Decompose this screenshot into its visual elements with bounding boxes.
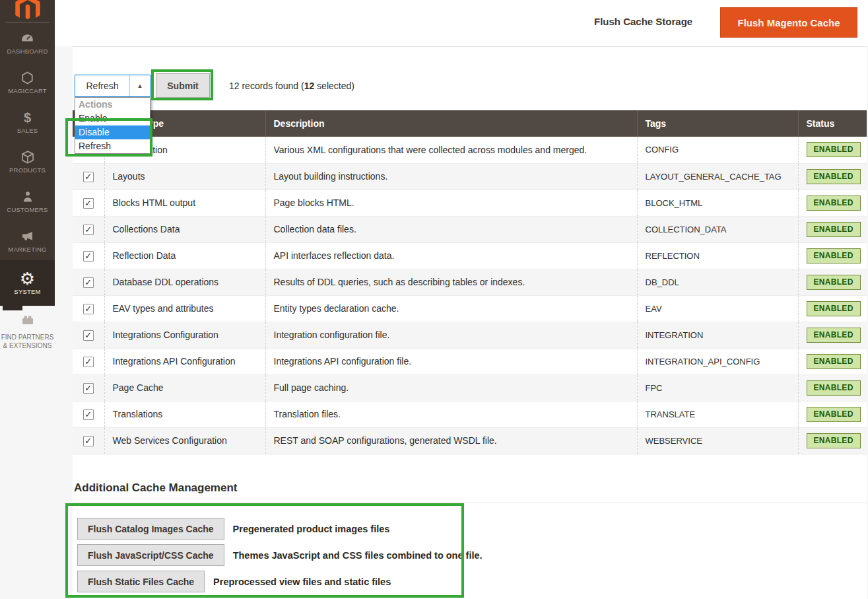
- flush-magento-cache-button[interactable]: Flush Magento Cache: [720, 7, 857, 38]
- tags-cell: FPC: [637, 374, 798, 401]
- section-divider: [73, 503, 867, 503]
- dropdown-group-label: Actions: [75, 98, 150, 112]
- status-cell: ENABLED: [798, 269, 867, 295]
- tags-cell: CONFIG: [637, 137, 798, 163]
- status-cell: ENABLED: [798, 242, 867, 269]
- status-cell: ENABLED: [798, 295, 867, 322]
- cache-type-cell: Collections Data: [104, 216, 265, 242]
- flush-button-description: Themes JavaScript and CSS files combined…: [233, 550, 483, 561]
- grid-header-row: Cache Type Description Tags Status: [73, 110, 867, 137]
- admin-sidebar: DASHBOARDMAGICCART$SALESPRODUCTSCUSTOMER…: [0, 0, 55, 306]
- sidebar-item-label: MARKETING: [8, 246, 46, 253]
- cache-type-cell: Web Services Configuration: [104, 427, 265, 454]
- tags-cell: REFLECTION: [637, 242, 798, 269]
- select-arrow-up-icon[interactable]: ▲: [129, 75, 150, 96]
- row-checkbox[interactable]: ✓: [83, 225, 94, 235]
- lego-brick-icon: [0, 312, 55, 330]
- person-icon: [21, 189, 34, 205]
- sidebar-item-system[interactable]: ⚙SYSTEM: [0, 260, 55, 306]
- row-checkbox[interactable]: ✓: [83, 409, 94, 420]
- status-cell: ENABLED: [798, 374, 867, 401]
- sidebar-item-marketing[interactable]: MARKETING: [0, 221, 55, 260]
- status-cell: ENABLED: [798, 427, 867, 454]
- table-row: ✓Database DDL operationsResults of DDL q…: [73, 269, 867, 295]
- find-partners-link[interactable]: FIND PARTNERS & EXTENSIONS: [0, 312, 55, 350]
- sidebar-item-sales[interactable]: $SALES: [0, 102, 55, 141]
- row-checkbox[interactable]: ✓: [83, 172, 94, 182]
- table-row: ✓TranslationsTranslation files.TRANSLATE…: [73, 401, 867, 427]
- table-row: ✓Integrations ConfigurationIntegration c…: [73, 322, 867, 348]
- row-checkbox[interactable]: ✓: [83, 330, 94, 341]
- row-checkbox[interactable]: ✓: [83, 383, 94, 394]
- row-checkbox[interactable]: ✓: [83, 198, 94, 209]
- cache-type-cell: EAV types and attributes: [104, 295, 265, 322]
- row-checkbox[interactable]: ✓: [83, 251, 94, 262]
- sidebar-item-dashboard[interactable]: DASHBOARD: [0, 22, 55, 62]
- flush-button-2[interactable]: Flush Static Files Cache: [77, 571, 205, 592]
- table-row: ✓EAV types and attributesEntity types de…: [73, 295, 867, 322]
- table-row: ✓Collections DataCollection data files.C…: [73, 216, 867, 242]
- description-cell: REST and SOAP configurations, generated …: [265, 427, 637, 454]
- description-cell: Translation files.: [265, 401, 637, 427]
- status-cell: ENABLED: [798, 348, 867, 374]
- flush-button-0[interactable]: Flush Catalog Images Cache: [77, 518, 224, 540]
- table-row: ✓Blocks HTML outputPage blocks HTML.BLOC…: [73, 190, 867, 216]
- dropdown-option-enable[interactable]: Enable: [75, 112, 150, 125]
- mass-action-select[interactable]: Refresh ▲: [75, 75, 150, 97]
- sidebar-selected-notch: [3, 306, 22, 310]
- table-row: ✓Integrations API ConfigurationIntegrati…: [73, 348, 867, 374]
- row-checkbox[interactable]: ✓: [83, 277, 94, 288]
- dropdown-option-refresh[interactable]: Refresh: [75, 139, 150, 153]
- row-checkbox[interactable]: ✓: [83, 436, 94, 446]
- dropdown-option-disable[interactable]: Disable: [75, 125, 150, 139]
- description-cell: API interfaces reflection data.: [265, 242, 637, 269]
- additional-cache-row: Flush Static Files CachePreprocessed vie…: [77, 571, 391, 592]
- row-checkbox[interactable]: ✓: [83, 304, 94, 314]
- status-badge: ENABLED: [807, 195, 861, 211]
- submit-button[interactable]: Submit: [156, 73, 210, 98]
- additional-cache-title: Additional Cache Management: [74, 481, 237, 495]
- cache-type-cell: Integrations API Configuration: [104, 348, 265, 374]
- hexagon-icon: [20, 70, 34, 86]
- status-cell: ENABLED: [798, 163, 867, 190]
- sidebar-item-products[interactable]: PRODUCTS: [0, 141, 55, 181]
- cache-type-cell: Database DDL operations: [104, 269, 265, 295]
- sidebar-item-label: PRODUCTS: [9, 167, 46, 174]
- flush-cache-storage-button[interactable]: Flush Cache Storage: [594, 16, 692, 27]
- description-cell: Results of DDL queries, such as describi…: [265, 269, 637, 295]
- tags-cell: BLOCK_HTML: [637, 190, 798, 216]
- mass-action-dropdown-list: ActionsEnableDisableRefresh: [75, 97, 150, 154]
- magento-logo-icon[interactable]: [0, 0, 55, 21]
- sidebar-item-label: SYSTEM: [14, 289, 40, 295]
- description-cell: Various XML configurations that were col…: [265, 137, 637, 163]
- description-cell: Integrations API configuration file.: [265, 348, 637, 374]
- sidebar-nav: DASHBOARDMAGICCART$SALESPRODUCTSCUSTOMER…: [0, 22, 55, 306]
- cache-type-cell: Integrations Configuration: [104, 322, 265, 348]
- gauge-icon: [20, 30, 35, 46]
- status-badge: ENABLED: [807, 169, 861, 184]
- sidebar-item-customers[interactable]: CUSTOMERS: [0, 181, 55, 221]
- status-cell: ENABLED: [798, 216, 867, 242]
- status-cell: ENABLED: [798, 137, 867, 163]
- status-cell: ENABLED: [798, 401, 867, 427]
- flush-button-1[interactable]: Flush JavaScript/CSS Cache: [77, 544, 224, 566]
- tags-cell: LAYOUT_GENERAL_CACHE_TAG: [637, 163, 798, 190]
- table-row: ✓Web Services ConfigurationREST and SOAP…: [73, 427, 867, 454]
- additional-cache-row: Flush JavaScript/CSS CacheThemes JavaScr…: [77, 544, 483, 566]
- find-partners-line2: & EXTENSIONS: [0, 341, 55, 350]
- records-count-text: 12 records found (12 selected): [229, 81, 354, 91]
- sidebar-item-magiccart[interactable]: MAGICCART: [0, 62, 55, 102]
- cache-type-cell: Translations: [104, 401, 265, 427]
- row-checkbox[interactable]: ✓: [83, 357, 94, 367]
- flush-button-description: Pregenerated product images files: [233, 524, 390, 534]
- description-cell: Page blocks HTML.: [265, 190, 637, 216]
- additional-cache-row: Flush Catalog Images CachePregenerated p…: [77, 518, 389, 540]
- find-partners-line1: FIND PARTNERS: [0, 333, 55, 341]
- tags-cell: INTEGRATION_API_CONFIG: [637, 348, 798, 374]
- sidebar-item-label: DASHBOARD: [7, 48, 48, 55]
- sidebar-item-label: MAGICCART: [8, 88, 47, 94]
- description-cell: Entity types declaration cache.: [265, 295, 637, 322]
- mass-action-selected-value: Refresh: [75, 75, 129, 96]
- tags-cell: WEBSERVICE: [637, 427, 798, 454]
- cache-type-cell: Reflection Data: [104, 242, 265, 269]
